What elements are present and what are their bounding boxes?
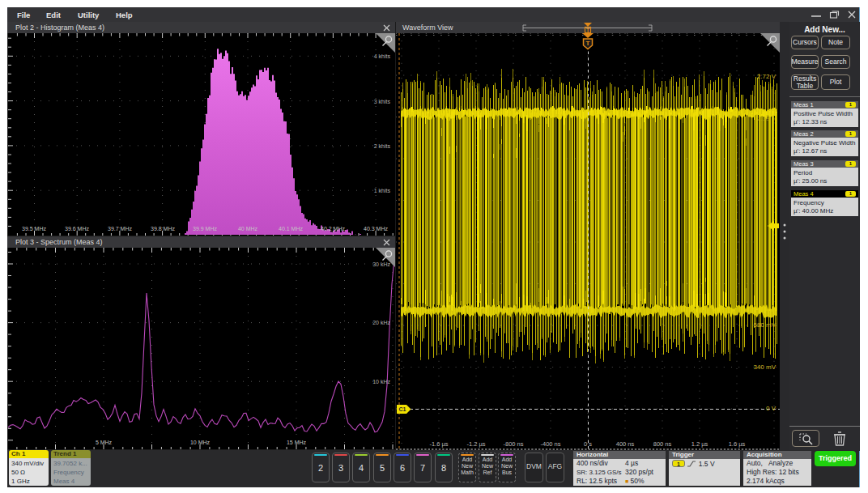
svg-text:40.1 MHz: 40.1 MHz bbox=[279, 226, 303, 232]
svg-text:15 MHz: 15 MHz bbox=[287, 440, 307, 445]
svg-text:T: T bbox=[586, 40, 590, 47]
svg-text:0 V: 0 V bbox=[766, 405, 777, 412]
svg-text:3 khits: 3 khits bbox=[374, 99, 391, 104]
svg-text:-1.6 µs: -1.6 µs bbox=[429, 440, 448, 448]
svg-text:39.8 MHz: 39.8 MHz bbox=[151, 226, 175, 232]
svg-text:39.6 MHz: 39.6 MHz bbox=[65, 226, 89, 232]
svg-text:40.2 MHz: 40.2 MHz bbox=[321, 226, 345, 232]
svg-text:1 khits: 1 khits bbox=[374, 188, 391, 193]
svg-text:40 MHz: 40 MHz bbox=[238, 226, 258, 232]
svg-text:10 kHz: 10 kHz bbox=[372, 379, 390, 385]
svg-text:T: T bbox=[586, 28, 589, 33]
svg-text:39.5 MHz: 39.5 MHz bbox=[22, 226, 46, 232]
svg-text:10 MHz: 10 MHz bbox=[190, 440, 211, 445]
svg-text:C1: C1 bbox=[399, 406, 406, 412]
svg-text:0 s: 0 s bbox=[584, 440, 592, 448]
svg-text:1.6 µs: 1.6 µs bbox=[729, 440, 746, 448]
svg-text:2.72 V: 2.72 V bbox=[757, 73, 777, 80]
svg-text:680 mV: 680 mV bbox=[753, 321, 776, 329]
svg-text:1.2 µs: 1.2 µs bbox=[691, 440, 708, 448]
svg-text:400 ns: 400 ns bbox=[616, 440, 635, 448]
svg-text:800 ns: 800 ns bbox=[653, 440, 672, 448]
svg-text:-800 ns: -800 ns bbox=[503, 440, 523, 448]
svg-text:39.9 MHz: 39.9 MHz bbox=[193, 226, 217, 232]
svg-text:-1.2 µs: -1.2 µs bbox=[466, 440, 485, 448]
svg-text:4 khits: 4 khits bbox=[374, 53, 391, 59]
svg-text:39.7 MHz: 39.7 MHz bbox=[108, 226, 132, 232]
svg-text:2.38 V: 2.38 V bbox=[757, 115, 777, 122]
svg-text:5 MHz: 5 MHz bbox=[96, 440, 113, 445]
svg-text:-400 ns: -400 ns bbox=[540, 440, 560, 448]
svg-text:2 khits: 2 khits bbox=[374, 143, 391, 149]
svg-text:40.3 MHz: 40.3 MHz bbox=[364, 226, 388, 232]
svg-text:340 mV: 340 mV bbox=[753, 363, 776, 371]
svg-text:30 kHz: 30 kHz bbox=[372, 261, 390, 267]
svg-text:20 kHz: 20 kHz bbox=[372, 320, 390, 325]
